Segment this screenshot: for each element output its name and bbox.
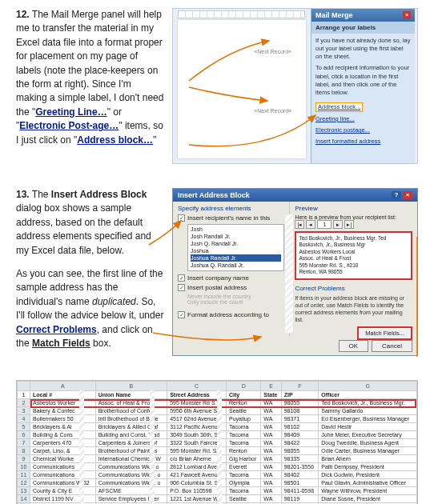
data-cell[interactable]: Communications Wkrs. o bbox=[95, 479, 167, 487]
data-cell[interactable]: 98055 bbox=[281, 399, 319, 407]
data-cell[interactable]: 98102 bbox=[281, 423, 319, 431]
data-cell[interactable]: Carpenters 470 bbox=[30, 439, 96, 447]
data-cell[interactable]: WA bbox=[261, 431, 281, 439]
data-cell[interactable]: Puyallup bbox=[227, 415, 261, 423]
data-cell[interactable]: WA bbox=[261, 495, 281, 503]
data-cell[interactable]: WA bbox=[261, 439, 281, 447]
format-checkbox[interactable]: ✓ bbox=[178, 311, 185, 318]
data-cell[interactable]: 98409 bbox=[281, 431, 319, 439]
insert-formatted-link[interactable]: Insert formatted address bbox=[315, 138, 380, 146]
col-c[interactable]: C bbox=[167, 382, 227, 391]
data-cell[interactable]: Renton bbox=[227, 399, 261, 407]
data-cell[interactable]: WA bbox=[261, 479, 281, 487]
data-cell[interactable]: 98108 bbox=[281, 407, 319, 415]
data-cell[interactable]: WA bbox=[261, 455, 281, 463]
data-cell[interactable]: WA bbox=[261, 415, 281, 423]
radio-never[interactable]: Never include the country bbox=[187, 294, 284, 299]
data-cell[interactable]: Everett bbox=[227, 463, 261, 471]
row-number[interactable]: 5 bbox=[18, 423, 30, 431]
match-fields-button[interactable]: Match Fields... bbox=[357, 326, 412, 340]
nav-last-icon[interactable]: ▸| bbox=[344, 220, 354, 229]
data-cell[interactable]: Communications bbox=[30, 463, 96, 471]
electronic-postage-link[interactable]: Electronic postage... bbox=[315, 126, 370, 134]
data-cell[interactable]: Diane Sosne, President bbox=[319, 495, 417, 503]
name-opt-4[interactable]: Joshua Randall Jr. bbox=[191, 254, 281, 262]
header-cell[interactable]: ZIP bbox=[281, 391, 319, 399]
data-cell[interactable]: Communications bbox=[30, 471, 96, 479]
nav-first-icon[interactable]: |◂ bbox=[295, 220, 304, 229]
name-opt-3[interactable]: Joshua bbox=[191, 247, 281, 254]
row-number[interactable]: 2 bbox=[18, 399, 30, 407]
data-cell[interactable]: 98119 bbox=[281, 495, 319, 503]
data-cell[interactable]: Bricklayers & Allied Craf bbox=[95, 423, 167, 431]
data-cell[interactable]: Dick Godwin, President bbox=[319, 471, 417, 479]
col-d[interactable]: D bbox=[227, 382, 261, 391]
data-cell[interactable]: WA bbox=[261, 487, 281, 495]
data-cell[interactable]: International Chemical W bbox=[95, 455, 167, 463]
data-cell[interactable]: WA bbox=[261, 399, 281, 407]
data-cell[interactable]: Gig Harbor bbox=[227, 455, 261, 463]
data-cell[interactable]: Seattle bbox=[227, 495, 261, 503]
data-cell[interactable]: Brotherhood of Confec bbox=[95, 407, 167, 415]
data-cell[interactable]: WA bbox=[261, 471, 281, 479]
row-number[interactable]: 6 bbox=[18, 431, 30, 439]
data-cell[interactable]: 98055 bbox=[281, 447, 319, 455]
data-cell[interactable]: WA bbox=[261, 407, 281, 415]
data-cell[interactable]: Tacoma bbox=[227, 439, 261, 447]
data-cell[interactable]: Brotherhood of Painters bbox=[95, 447, 167, 455]
data-cell[interactable]: Sammy Gallardo bbox=[319, 407, 417, 415]
data-cell[interactable]: 98201-3556 bbox=[281, 463, 319, 471]
greeting-line-link[interactable]: Greeting line... bbox=[315, 115, 355, 123]
data-cell[interactable]: Ed Eisenberger, Business Manager bbox=[319, 415, 417, 423]
data-cell[interactable]: Service Employees Inter bbox=[95, 495, 167, 503]
row-number[interactable]: 4 bbox=[18, 415, 30, 423]
data-cell[interactable]: WA bbox=[261, 423, 281, 431]
ok-button[interactable]: OK bbox=[339, 340, 369, 352]
data-cell[interactable]: Seattle bbox=[227, 407, 261, 415]
name-format-list[interactable]: Josh Josh Randall Jr. Josh Q. Randall Jr… bbox=[187, 224, 284, 271]
data-cell[interactable]: Bricklayers & Al bbox=[30, 423, 96, 431]
row-number[interactable]: 8 bbox=[18, 447, 30, 455]
data-cell[interactable]: Patti Dempsey, President bbox=[319, 463, 417, 471]
data-cell[interactable]: District 1199 NV bbox=[30, 495, 96, 503]
header-cell[interactable]: Union Name bbox=[95, 391, 167, 399]
company-checkbox[interactable]: ✓ bbox=[178, 274, 185, 282]
postal-checkbox[interactable]: ✓ bbox=[178, 284, 185, 291]
data-cell[interactable]: Odie Carter, Business Manager bbox=[319, 447, 417, 455]
radio-only[interactable]: Only include the count bbox=[187, 299, 284, 305]
data-cell[interactable]: Building & Cons bbox=[30, 431, 96, 439]
data-cell[interactable]: County & City E bbox=[30, 487, 96, 495]
data-cell[interactable]: Tacoma bbox=[227, 423, 261, 431]
data-cell[interactable]: Brian Ahern bbox=[319, 455, 417, 463]
data-cell[interactable]: Carpenters & Joiners of bbox=[95, 439, 167, 447]
data-cell[interactable]: Asbestos Worker bbox=[30, 399, 96, 407]
row-number[interactable]: 13 bbox=[18, 487, 30, 495]
name-opt-5[interactable]: Joshua Q. Randall Jr. bbox=[191, 262, 281, 269]
col-f[interactable]: F bbox=[281, 382, 319, 391]
data-cell[interactable]: David Hestir bbox=[319, 423, 417, 431]
data-cell[interactable]: WA bbox=[261, 463, 281, 471]
name-opt-2[interactable]: Josh Q. Randall Jr. bbox=[191, 240, 281, 247]
data-cell[interactable]: 98371 bbox=[281, 415, 319, 423]
header-cell[interactable]: Officer bbox=[319, 391, 417, 399]
data-cell[interactable]: AFSCME bbox=[95, 487, 167, 495]
data-cell[interactable]: 98411-0598 bbox=[281, 487, 319, 495]
data-cell[interactable]: 98422 bbox=[281, 439, 319, 447]
data-cell[interactable]: Tacoma bbox=[227, 431, 261, 439]
nav-index[interactable]: 1 bbox=[317, 220, 332, 229]
data-cell[interactable]: Wayne Withrow, President bbox=[319, 487, 417, 495]
data-cell[interactable]: 98501 bbox=[281, 479, 319, 487]
data-cell[interactable]: Communications Wkrs o bbox=[95, 463, 167, 471]
data-cell[interactable]: Doug Tweddle, Business Agent bbox=[319, 439, 417, 447]
data-cell[interactable]: Communications Wkrs. o bbox=[95, 471, 167, 479]
col-corner[interactable] bbox=[18, 382, 30, 391]
data-cell[interactable]: Assoc. of Heat & Frost bbox=[95, 399, 167, 407]
row-number[interactable]: 11 bbox=[18, 471, 30, 479]
data-cell[interactable]: Renton bbox=[227, 447, 261, 455]
data-cell[interactable]: Chemical Worke bbox=[30, 455, 96, 463]
row-number[interactable]: 14 bbox=[18, 495, 30, 503]
row-number[interactable]: 12 bbox=[18, 479, 30, 487]
data-cell[interactable]: WA bbox=[261, 447, 281, 455]
data-cell[interactable]: Tacoma bbox=[227, 487, 261, 495]
data-cell[interactable]: Tacoma bbox=[227, 471, 261, 479]
